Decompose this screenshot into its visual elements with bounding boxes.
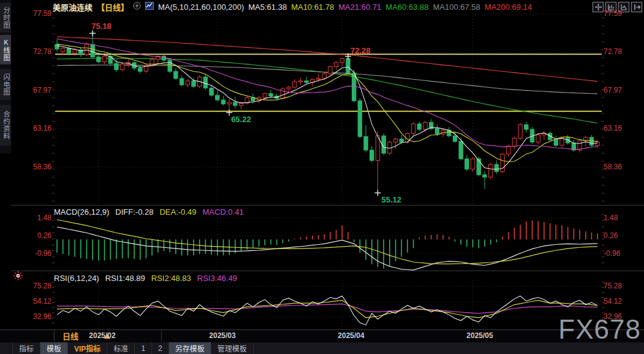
price-axis-label-left: 63.16 <box>13 124 51 133</box>
sidebar-item-label: K线图 <box>2 39 10 61</box>
ma21-value: MA21:60.71 <box>338 2 381 12</box>
ma200-value: MA200:69.14 <box>485 2 532 12</box>
price-axis-label-left: 67.97 <box>13 86 51 94</box>
rsi-axis-label-left: 54.12 <box>13 297 51 306</box>
period-label[interactable]: 【日线】 <box>97 1 129 13</box>
time-axis-row: 日线 2025/02 2025/03 2025/04 2025/05 <box>0 329 644 343</box>
ma100-value: MA100:67.58 <box>433 2 480 12</box>
toolbar-item-template[interactable]: 模板 <box>40 342 68 354</box>
settings-circle-icon[interactable] <box>133 2 141 12</box>
price-axis-label-right: 77.59 <box>604 9 642 18</box>
rsi-panel-header: RSI(6,12,24) RSI1:48.89 RSI2:48.83 RSI3:… <box>54 274 237 283</box>
svg-text:72.28: 72.28 <box>350 46 371 55</box>
price-axis-label-left: 72.78 <box>13 47 51 56</box>
macd-title[interactable]: MACD(26,12,9) <box>54 207 109 217</box>
time-axis-label: 2025/03 <box>201 331 244 340</box>
rsi3-value: RSI3:46.49 <box>197 274 237 283</box>
rsi-axis-label-left: 32.96 <box>13 312 51 321</box>
sidebar-item-flash-chart[interactable]: 闪电图 <box>0 69 11 100</box>
toolbar-item-2[interactable]: 2 <box>152 342 169 354</box>
macd-value: MACD:0.41 <box>202 207 243 217</box>
macd-diff-value: DIFF:-0.28 <box>115 207 153 217</box>
chart-header: 美原油连续 【日线】 MA(5,10,21,60,100,200) MA5:61… <box>53 1 532 12</box>
fx678-watermark: FX678 <box>558 314 641 345</box>
price-axis-label-left: 58.36 <box>13 163 51 171</box>
candlestick-chart-canvas[interactable]: 75.1872.2865.2255.12 <box>0 0 644 354</box>
ma60-value: MA60:63.88 <box>385 2 428 12</box>
sidebar-item-label: 分时图 <box>2 7 10 29</box>
toolbar-item-manage-template[interactable]: 管理模板 <box>211 342 254 354</box>
ma-settings-label[interactable]: MA(5,10,21,60,100,200) <box>158 2 244 12</box>
sidebar-item-label: 闪电图 <box>2 74 10 96</box>
left-sidebar: 分时图 K线图 闪电图 合约资料 <box>0 0 11 153</box>
crosshair-icon[interactable] <box>593 2 604 12</box>
price-axis-label-right: 58.36 <box>604 163 642 171</box>
bottom-toolbar: 指标 模板 VIP指标 标准 1 2 另存模板 管理模板 <box>0 342 644 354</box>
rsi-axis-label-right: 75.28 <box>604 282 642 290</box>
price-axis-label-left: 77.59 <box>13 9 51 18</box>
rsi2-value: RSI2:48.83 <box>151 274 191 283</box>
ma10-value: MA10:61.78 <box>291 2 334 12</box>
toolbar-item-save-template[interactable]: 另存模板 <box>169 342 211 354</box>
price-axis-label-right: 63.16 <box>604 124 642 133</box>
period-selector-label: 日线 <box>63 330 78 342</box>
kline-app: 75.1872.2865.2255.12 分时图 K线图 闪电图 合约资料 美原… <box>0 0 644 354</box>
toolbar-item-vip-indicator[interactable]: VIP指标 <box>68 342 107 354</box>
macd-panel-header: MACD(26,12,9) DIFF:-0.28 DEA:-0.49 MACD:… <box>54 207 244 217</box>
time-axis-label: 2025/04 <box>330 331 373 340</box>
svg-text:55.12: 55.12 <box>381 195 401 204</box>
rsi-axis-label-left: 75.28 <box>13 282 51 290</box>
mini-chart-icon[interactable] <box>145 2 154 12</box>
time-axis-label: 2025/02 <box>81 331 124 340</box>
toolbar-item-indicator[interactable]: 指标 <box>12 342 40 354</box>
instrument-title: 美原油连续 <box>53 1 93 13</box>
rsi1-value: RSI1:48.89 <box>105 274 145 283</box>
rsi-axis-label-right: 54.12 <box>604 297 642 306</box>
price-axis-label-right: 67.97 <box>604 86 642 94</box>
toolbar-item-1[interactable]: 1 <box>135 342 152 354</box>
sidebar-item-kline-chart[interactable]: K线图 <box>0 35 11 64</box>
sidebar-item-time-chart[interactable]: 分时图 <box>0 3 11 33</box>
time-axis-label: 2025/05 <box>458 331 501 340</box>
ma5-value: MA5:61.38 <box>248 2 287 12</box>
sidebar-item-contract-info[interactable]: 合约资料 <box>0 105 11 145</box>
svg-text:75.18: 75.18 <box>91 21 112 31</box>
macd-axis-label-left: 0.26 <box>13 231 51 240</box>
macd-axis-label-left: 1.48 <box>13 214 51 222</box>
rsi-title[interactable]: RSI(6,12,24) <box>54 274 99 283</box>
price-axis-label-right: 72.78 <box>604 47 642 56</box>
sidebar-item-label: 合约资料 <box>2 110 10 140</box>
toolbar-item-standard[interactable]: 标准 <box>107 342 135 354</box>
macd-dea-value: DEA:-0.49 <box>159 207 196 217</box>
macd-axis-label-right: 1.48 <box>604 214 642 222</box>
svg-text:65.22: 65.22 <box>231 115 251 124</box>
macd-axis-label-right: 0.26 <box>604 231 642 240</box>
macd-axis-label-left: -0.96 <box>13 249 51 258</box>
macd-axis-label-right: -0.96 <box>604 249 642 258</box>
